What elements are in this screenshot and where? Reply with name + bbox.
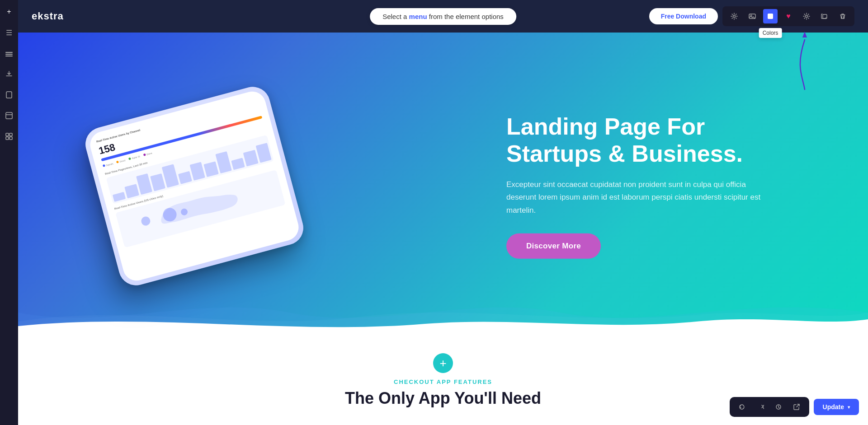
hero-text-block: Landing Page For Startups & Business. Ex… bbox=[506, 113, 778, 259]
left-sidebar: + ☰ bbox=[0, 0, 18, 425]
bottom-undo-btn[interactable] bbox=[736, 401, 749, 413]
svg-point-12 bbox=[750, 15, 752, 16]
hint-text-before: Select a bbox=[382, 13, 409, 20]
sidebar-widgets-icon[interactable] bbox=[3, 130, 15, 143]
bottom-history-btn[interactable] bbox=[772, 401, 785, 413]
logo: ekstra bbox=[32, 10, 64, 22]
phone-screen: Real-Time Active Users by Channel 158 Si… bbox=[87, 89, 302, 284]
toolbar-copy-btn[interactable] bbox=[817, 9, 832, 23]
sidebar-plus-icon[interactable]: + bbox=[3, 5, 15, 18]
phone-outer: Real-Time Active Users by Channel 158 Si… bbox=[82, 83, 307, 289]
svg-rect-7 bbox=[9, 133, 12, 136]
sidebar-page-icon[interactable] bbox=[3, 89, 15, 101]
sidebar-layers-icon[interactable] bbox=[3, 47, 15, 60]
update-button[interactable]: Update ▾ bbox=[814, 399, 859, 415]
top-toolbar: Colors ♥ bbox=[722, 6, 854, 26]
svg-rect-4 bbox=[6, 112, 12, 119]
svg-rect-2 bbox=[5, 56, 13, 56]
hero-subtext: Excepteur sint occaecat cupidatat non pr… bbox=[506, 178, 778, 217]
toolbar-advanced-btn[interactable] bbox=[799, 9, 814, 23]
free-download-button[interactable]: Free Download bbox=[649, 8, 718, 24]
sidebar-template-icon[interactable] bbox=[3, 109, 15, 122]
header-center: Select a menu from the element options bbox=[370, 8, 516, 25]
phone-content: Real-Time Active Users by Channel 158 Si… bbox=[96, 98, 285, 248]
select-hint-bubble: Select a menu from the element options bbox=[370, 8, 516, 25]
svg-rect-9 bbox=[9, 137, 12, 140]
toolbar-heart-btn[interactable]: ♥ bbox=[781, 9, 796, 23]
svg-rect-1 bbox=[5, 54, 13, 55]
discover-more-button[interactable]: Discover More bbox=[506, 234, 601, 259]
sidebar-menu-icon[interactable]: ☰ bbox=[3, 26, 15, 39]
phone-mockup: Real-Time Active Users by Channel 158 Si… bbox=[82, 83, 307, 289]
update-label: Update bbox=[823, 403, 844, 411]
svg-point-10 bbox=[733, 15, 736, 18]
toolbar-delete-btn[interactable] bbox=[835, 9, 850, 23]
checkout-plus-button[interactable]: + bbox=[433, 353, 453, 373]
hero-heading-line2: Startups & Business. bbox=[506, 140, 743, 167]
toolbar-colors-btn[interactable]: Colors bbox=[763, 9, 778, 23]
hero-heading-line1: Landing Page For bbox=[506, 113, 705, 140]
bottom-redo-btn[interactable] bbox=[754, 401, 767, 413]
svg-rect-3 bbox=[6, 92, 12, 98]
sidebar-download-icon[interactable] bbox=[3, 68, 15, 80]
svg-rect-8 bbox=[6, 137, 9, 140]
checkout-subtitle: Checkout App Features bbox=[18, 378, 868, 385]
main-content: Real-Time Active Users by Channel 158 Si… bbox=[18, 33, 868, 425]
update-chevron-icon: ▾ bbox=[848, 405, 850, 410]
bottom-toolbar: Update ▾ bbox=[730, 397, 859, 417]
svg-point-14 bbox=[806, 15, 808, 18]
header-right: Free Download Colors bbox=[649, 6, 854, 26]
svg-rect-6 bbox=[6, 133, 9, 136]
hero-heading: Landing Page For Startups & Business. bbox=[506, 113, 778, 168]
hero-wave bbox=[18, 285, 868, 340]
svg-rect-13 bbox=[768, 14, 773, 19]
bottom-external-btn[interactable] bbox=[790, 401, 803, 413]
hint-text-after: from the element options bbox=[427, 13, 504, 20]
svg-rect-0 bbox=[5, 52, 13, 53]
hero-section: Real-Time Active Users by Channel 158 Si… bbox=[18, 33, 868, 340]
toolbar-settings-btn[interactable] bbox=[727, 9, 741, 23]
top-header: ekstra Select a menu from the element op… bbox=[18, 0, 868, 33]
hint-menu-word: menu bbox=[409, 13, 427, 20]
toolbar-image-btn[interactable] bbox=[745, 9, 760, 23]
bottom-toolbar-group bbox=[730, 397, 809, 417]
